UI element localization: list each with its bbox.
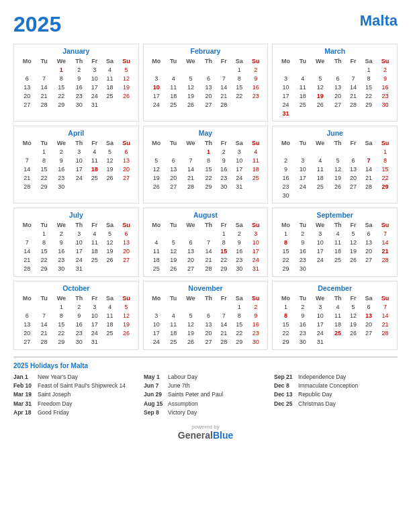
day-cell: 22 <box>276 328 295 337</box>
month-block-march: MarchMoTuWeThFrSaSu123456789101112131415… <box>272 44 398 122</box>
day-cell: 14 <box>17 247 36 255</box>
month-table: MoTuWeThFrSaSu12345678910111213141516171… <box>17 294 135 346</box>
day-cell: 1 <box>377 147 394 156</box>
month-table: MoTuWeThFrSaSu12345678910111213141516171… <box>276 294 394 346</box>
day-cell: 17 <box>247 247 264 255</box>
day-cell: 24 <box>87 91 102 100</box>
holiday-name: June 7th <box>168 382 190 390</box>
day-cell: 18 <box>87 247 102 255</box>
day-cell <box>87 182 102 191</box>
day-cell: 13 <box>118 156 135 165</box>
day-cell: 12 <box>118 74 135 83</box>
day-cell: 18 <box>166 91 181 100</box>
day-cell: 21 <box>181 173 200 182</box>
day-cell: 3 <box>310 302 330 311</box>
day-cell: 26 <box>118 328 135 337</box>
day-cell: 20 <box>330 91 346 100</box>
holiday-item: Jan 1New Year's Day <box>13 373 137 382</box>
day-cell <box>276 65 295 74</box>
day-cell: 19 <box>346 320 361 328</box>
day-cell <box>295 65 310 74</box>
day-cell: 23 <box>52 173 71 182</box>
day-cell: 11 <box>166 320 181 328</box>
day-cell: 30 <box>52 264 71 273</box>
day-cell: 16 <box>295 320 310 328</box>
day-cell <box>147 229 166 238</box>
day-cell <box>310 147 330 156</box>
month-name: February <box>147 47 265 55</box>
month-name: January <box>17 47 135 55</box>
day-cell: 4 <box>102 302 118 311</box>
day-cell: 14 <box>346 83 361 91</box>
day-cell <box>166 229 181 238</box>
day-cell: 25 <box>330 255 346 264</box>
day-cell: 21 <box>200 255 216 264</box>
day-cell: 17 <box>276 91 295 100</box>
day-cell: 2 <box>71 65 87 74</box>
day-cell <box>200 65 216 74</box>
day-cell: 27 <box>181 264 200 273</box>
day-cell: 11 <box>87 156 102 165</box>
day-cell <box>118 264 135 273</box>
day-cell: 19 <box>147 173 166 182</box>
footer: powered by GeneralBlue <box>13 424 398 441</box>
day-cell: 8 <box>276 311 295 320</box>
day-cell: 25 <box>247 173 264 182</box>
holiday-item: Dec 25Christmas Day <box>274 400 398 408</box>
day-cell: 13 <box>330 83 346 91</box>
day-cell: 5 <box>102 229 118 238</box>
day-cell: 7 <box>200 238 216 247</box>
day-cell: 23 <box>71 91 87 100</box>
day-cell: 9 <box>231 238 247 247</box>
day-cell: 13 <box>361 311 377 320</box>
day-cell: 15 <box>36 247 51 255</box>
day-cell: 8 <box>231 74 247 83</box>
holiday-date: Sep 21 <box>274 373 295 382</box>
month-block-august: AugustMoTuWeThFrSaSu12345678910111213141… <box>143 208 269 277</box>
day-cell: 22 <box>52 91 71 100</box>
day-cell: 29 <box>361 100 377 109</box>
day-cell: 24 <box>71 173 87 182</box>
day-cell <box>166 147 181 156</box>
day-cell: 20 <box>118 247 135 255</box>
day-cell <box>102 264 118 273</box>
month-block-june: JuneMoTuWeThFrSaSu1234567891011121314151… <box>272 126 398 204</box>
day-cell <box>181 229 200 238</box>
day-cell: 1 <box>36 229 51 238</box>
day-cell: 27 <box>346 182 361 191</box>
year-label: 2025 <box>13 12 61 37</box>
holiday-item: Dec 13Republic Day <box>274 390 398 399</box>
day-cell: 12 <box>118 311 135 320</box>
day-cell: 9 <box>71 311 87 320</box>
powered-by-text: powered by <box>13 424 398 430</box>
day-cell: 4 <box>166 311 181 320</box>
day-cell: 13 <box>200 83 216 91</box>
day-cell: 6 <box>200 74 216 83</box>
day-cell: 9 <box>247 74 264 83</box>
day-cell: 6 <box>17 74 36 83</box>
day-cell <box>36 302 51 311</box>
day-cell: 28 <box>216 337 231 346</box>
holiday-date: Feb 10 <box>13 382 35 390</box>
day-cell: 7 <box>346 74 361 83</box>
holidays-section: 2025 Holidays for Malta Jan 1New Year's … <box>13 357 398 417</box>
holiday-name: Freedom Day <box>38 400 73 408</box>
day-cell <box>147 302 166 311</box>
day-cell <box>118 182 135 191</box>
day-cell: 25 <box>295 100 310 109</box>
day-cell: 28 <box>17 264 36 273</box>
day-cell: 22 <box>231 328 247 337</box>
day-cell: 20 <box>17 91 36 100</box>
day-cell <box>102 337 118 346</box>
day-cell: 1 <box>216 229 231 238</box>
day-cell: 29 <box>36 182 51 191</box>
day-cell: 4 <box>87 147 102 156</box>
day-cell: 24 <box>147 337 166 346</box>
day-cell: 26 <box>102 255 118 264</box>
day-cell: 15 <box>216 247 231 255</box>
day-cell: 28 <box>36 100 51 109</box>
day-cell <box>330 264 346 273</box>
day-cell: 26 <box>102 173 118 182</box>
day-cell: 10 <box>87 311 102 320</box>
day-cell: 27 <box>200 100 216 109</box>
